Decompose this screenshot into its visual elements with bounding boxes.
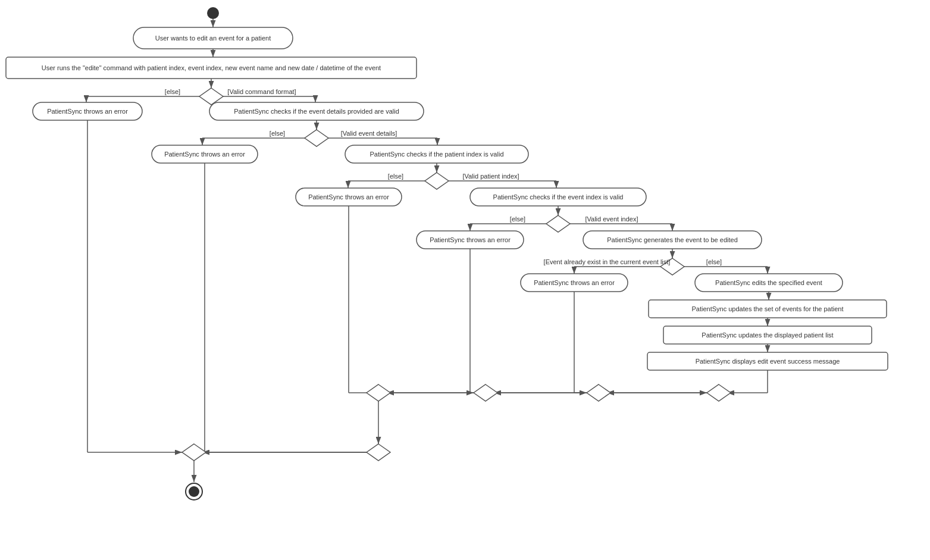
label-else5: [else] bbox=[706, 258, 722, 265]
label-else3: [else] bbox=[388, 173, 403, 180]
label-n11: PatientSync throws an error bbox=[534, 279, 615, 286]
label-valid-command: [Valid command format] bbox=[227, 88, 296, 95]
merge-m2 bbox=[587, 384, 610, 401]
label-n13: PatientSync updates the set of events fo… bbox=[692, 305, 844, 312]
label-n10: PatientSync generates the event to be ed… bbox=[607, 236, 738, 243]
label-n5: PatientSync throws an error bbox=[164, 151, 245, 158]
label-else1: [else] bbox=[165, 88, 180, 95]
label-n7: PatientSync throws an error bbox=[308, 193, 389, 201]
label-n3: PatientSync throws an error bbox=[47, 108, 128, 115]
label-valid-event-idx: [Valid event index] bbox=[585, 215, 638, 223]
label-valid-patient: [Valid patient index] bbox=[462, 173, 519, 180]
label-else4: [else] bbox=[510, 215, 525, 223]
label-n9: PatientSync throws an error bbox=[430, 236, 511, 243]
label-else2: [else] bbox=[270, 130, 285, 137]
label-n8: PatientSync checks if the event index is… bbox=[493, 193, 624, 201]
merge-m1 bbox=[707, 384, 731, 401]
label-n2: User runs the "edite" command with patie… bbox=[42, 64, 381, 71]
label-n15: PatientSync displays edit event success … bbox=[696, 358, 840, 365]
label-event-exist: [Event already exist in the current even… bbox=[544, 258, 671, 265]
label-n6: PatientSync checks if the patient index … bbox=[370, 151, 503, 158]
merge-m3 bbox=[474, 384, 497, 401]
merge-m5 bbox=[367, 444, 390, 461]
label-n1: User wants to edit an event for a patien… bbox=[155, 35, 271, 42]
label-n12: PatientSync edits the specified event bbox=[715, 279, 822, 286]
decision-d3 bbox=[425, 173, 449, 189]
merge-m4 bbox=[367, 384, 390, 401]
label-n4: PatientSync checks if the event details … bbox=[234, 108, 399, 115]
decision-d2 bbox=[305, 130, 328, 146]
start-node bbox=[207, 7, 219, 19]
merge-m6 bbox=[182, 444, 206, 461]
label-n14: PatientSync updates the displayed patien… bbox=[702, 331, 833, 339]
label-valid-event: [Valid event details] bbox=[341, 130, 397, 137]
decision-d4 bbox=[546, 215, 570, 232]
activity-diagram: User wants to edit an event for a patien… bbox=[0, 0, 930, 560]
end-inner bbox=[189, 486, 199, 497]
